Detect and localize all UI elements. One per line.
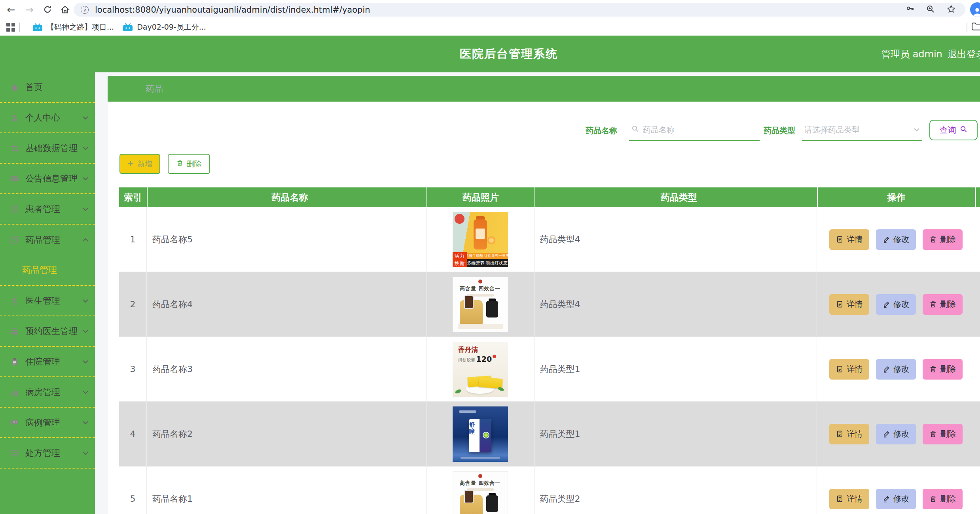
- sidebar-item-hospitalization[interactable]: 住院管理: [0, 347, 95, 377]
- sidebar-item-wards[interactable]: 病房管理: [0, 377, 95, 408]
- table-row: 3 药品名称3 香丹清 珂妍胶囊120 药品类型1 详情 修改 删除: [119, 337, 980, 402]
- delete-button[interactable]: 删除: [923, 294, 963, 315]
- table-header-row: 索引 药品名称 药品照片 药品类型 操作: [119, 187, 980, 207]
- delete-button[interactable]: 删除: [923, 229, 963, 250]
- drug-name-input[interactable]: [643, 125, 757, 134]
- column-header-photo: 药品照片: [426, 187, 535, 207]
- bookmark-item-2[interactable]: Day02-09-员工分...: [123, 22, 206, 32]
- drug-name-field[interactable]: [629, 119, 760, 141]
- chevron-down-icon: [82, 421, 89, 425]
- forward-arrow-icon[interactable]: →: [22, 2, 36, 17]
- drug-photo-cell: 香丹清 珂妍胶囊120: [426, 337, 535, 401]
- bookmark-item-1[interactable]: 【码神之路】项目...: [32, 22, 114, 32]
- drug-photo-cell: 舒瞳: [426, 402, 535, 466]
- detail-button[interactable]: 详情: [829, 229, 869, 250]
- delete-button[interactable]: 删除: [923, 359, 963, 380]
- row-actions: 详情 修改 删除: [817, 272, 975, 336]
- browser-profile-avatar[interactable]: [970, 2, 980, 17]
- detail-button[interactable]: 详情: [829, 294, 869, 315]
- delete-button[interactable]: 删除: [923, 489, 963, 509]
- bookmarks-bar: 【码神之路】项目... Day02-09-员工分...: [0, 19, 980, 36]
- row-actions: 详情 修改 删除: [817, 402, 975, 466]
- sidebar: 首页 个人中心 基础数据管理 公告信息管理 患者管理 药品管理: [0, 72, 95, 514]
- batch-delete-button[interactable]: 删除: [168, 154, 210, 174]
- briefcase-icon: [10, 327, 19, 336]
- edit-button[interactable]: 修改: [876, 229, 916, 250]
- bar-chart-icon: [10, 388, 19, 397]
- plus-icon: [127, 160, 134, 168]
- chevron-down-icon: [914, 126, 920, 133]
- product-image: 多维牛磺酸 让你元气一整天 多维营养 嚼出好状态 活力焕新: [453, 212, 508, 267]
- chat-filled-icon: [10, 418, 19, 427]
- refresh-icon[interactable]: [40, 2, 55, 17]
- zoom-in-icon[interactable]: [926, 4, 935, 15]
- sidebar-item-base-data[interactable]: 基础数据管理: [0, 133, 95, 164]
- browser-home-icon[interactable]: [58, 2, 72, 17]
- drug-name-cell: 药品名称1: [147, 467, 426, 514]
- delete-button[interactable]: 删除: [923, 424, 963, 444]
- drug-name-cell: 药品名称5: [147, 207, 426, 272]
- add-button-label: 新增: [137, 159, 152, 169]
- logout-link[interactable]: 退出登录: [948, 48, 980, 60]
- drug-type-cell: 药品类型4: [535, 207, 817, 272]
- edit-button[interactable]: 修改: [876, 294, 916, 315]
- drug-type-cell: 药品类型2: [535, 467, 817, 514]
- bookmark-star-icon[interactable]: [946, 4, 956, 15]
- detail-button[interactable]: 详情: [829, 359, 869, 380]
- sidebar-item-label: 医生管理: [25, 295, 60, 307]
- password-key-icon[interactable]: [905, 4, 915, 15]
- site-info-icon[interactable]: i: [81, 6, 89, 14]
- sidebar-item-label: 病房管理: [25, 386, 60, 398]
- chevron-down-icon: [82, 177, 89, 181]
- drug-photo-cell: 高含量 四效合一: [426, 467, 535, 514]
- sidebar-item-patients[interactable]: 患者管理: [0, 194, 95, 225]
- detail-button[interactable]: 详情: [829, 489, 869, 509]
- drug-name-cell: 药品名称2: [147, 402, 426, 466]
- back-arrow-icon[interactable]: ←: [4, 2, 18, 17]
- drug-type-label: 药品类型: [764, 125, 795, 136]
- drug-type-input[interactable]: [804, 125, 910, 134]
- drug-name-cell: 药品名称4: [147, 272, 426, 336]
- product-image: 高含量 四效合一: [453, 471, 508, 514]
- sidebar-item-prescriptions[interactable]: 处方管理: [0, 438, 95, 469]
- page-title: 药品: [146, 83, 163, 95]
- home-icon: [10, 83, 19, 92]
- sidebar-item-personal-center[interactable]: 个人中心: [0, 103, 95, 133]
- chevron-down-icon: [82, 390, 89, 394]
- edit-button[interactable]: 修改: [876, 359, 916, 380]
- drug-table: 索引 药品名称 药品照片 药品类型 操作 1 药品名称5 多维牛磺酸 让你元气一…: [119, 187, 980, 514]
- row-index: 1: [119, 207, 147, 272]
- chevron-down-icon: [82, 207, 89, 211]
- column-header-index: 索引: [119, 187, 147, 207]
- browser-toolbar: ← → i localhost:8080/yiyuanhoutaiguanli/…: [0, 0, 980, 19]
- edit-button[interactable]: 修改: [876, 424, 916, 444]
- clipboard-icon: [10, 357, 19, 366]
- page-banner: 药品: [108, 76, 980, 102]
- sidebar-item-doctors[interactable]: 医生管理: [0, 286, 95, 316]
- edit-button[interactable]: 修改: [876, 489, 916, 509]
- column-header-actions: 操作: [817, 187, 975, 207]
- sidebar-item-label: 基础数据管理: [25, 142, 78, 154]
- sidebar-item-home[interactable]: 首页: [0, 72, 95, 103]
- sidebar-item-label: 公告信息管理: [25, 173, 78, 185]
- drug-type-select[interactable]: [802, 119, 922, 141]
- apps-grid-icon[interactable]: [6, 23, 15, 32]
- row-index: 4: [119, 402, 147, 466]
- query-button[interactable]: 查询: [929, 120, 978, 140]
- sidebar-item-notice[interactable]: 公告信息管理: [0, 164, 95, 194]
- product-image: 高含量 四效合一: [453, 277, 508, 332]
- tv-icon: [123, 23, 133, 32]
- add-button[interactable]: 新增: [119, 154, 160, 174]
- address-bar[interactable]: i localhost:8080/yiyuanhoutaiguanli/admi…: [74, 3, 965, 17]
- sidebar-item-doctor-booking[interactable]: 预约医生管理: [0, 316, 95, 347]
- sidebar-subitem-drug-management[interactable]: 药品管理: [0, 255, 95, 286]
- delete-button-label: 删除: [187, 159, 202, 169]
- detail-button[interactable]: 详情: [829, 424, 869, 444]
- sidebar-item-label: 药品管理: [25, 234, 60, 246]
- sidebar-item-cases[interactable]: 病例管理: [0, 408, 95, 438]
- other-bookmarks-folder-icon[interactable]: [971, 22, 980, 32]
- table-row: 5 药品名称1 高含量 四效合一 药品类型2 详情 修改 删除: [119, 467, 980, 514]
- row-actions: 详情 修改 删除: [817, 207, 975, 272]
- url-text: localhost:8080/yiyuanhoutaiguanli/admin/…: [95, 5, 370, 15]
- sidebar-item-drugs[interactable]: 药品管理: [0, 225, 95, 255]
